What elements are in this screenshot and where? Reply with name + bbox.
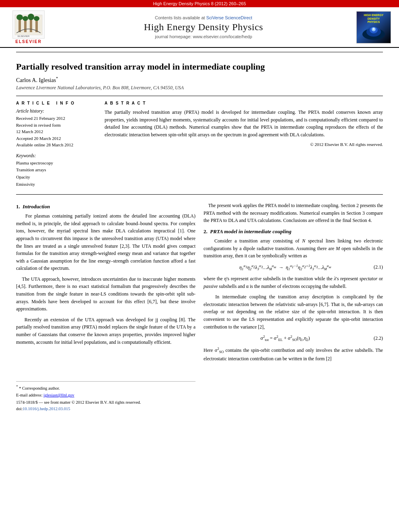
right-intro-para: The present work applies the PRTA model … — [204, 202, 383, 224]
copyright-notice: © 2012 Elsevier B.V. All rights reserved… — [105, 142, 383, 147]
journal-header: ELSEVIER ELSEVIER Contents lists availab… — [0, 7, 399, 48]
section2-title: PRTA model in intermediate coupling — [210, 228, 291, 234]
footnote-email-link[interactable]: iglesiast@llnl.gov — [43, 393, 74, 397]
article-title: Partially resolved transition array mode… — [16, 61, 383, 73]
doi-line: doi:10.1016/j.hedp.2012.03.015 — [16, 407, 195, 411]
header-divider — [16, 52, 383, 52]
formula-2-2: σ2tot = σ2EL + σ2SO(η1,η2) (2.2) — [204, 335, 383, 342]
body-divider — [16, 194, 383, 195]
journal-title: High Energy Density Physics — [55, 22, 352, 33]
received-date: Received 21 February 2012 — [16, 115, 97, 122]
left-column: 1. Introduction For plasmas containing p… — [16, 202, 195, 411]
footnote-email: E-mail address: iglesiast@llnl.gov — [16, 392, 195, 398]
footnote-corresponding: * * Corresponding author. — [16, 384, 195, 391]
journal-citation-bar: High Energy Density Physics 8 (2012) 260… — [0, 0, 399, 7]
keywords-label: Keywords: — [16, 153, 97, 158]
revised-date: 12 March 2012 — [16, 128, 97, 135]
elsevier-label-text: ELSEVIER — [15, 39, 41, 44]
keyword-3: Opacity — [16, 174, 97, 181]
footnote-email-label: E-mail address: — [16, 393, 43, 397]
svg-text:ELSEVIER: ELSEVIER — [18, 35, 30, 37]
keyword-4: Emissivity — [16, 181, 97, 188]
footnote-issn: 1574-1818/$ — see front matter © 2012 El… — [16, 399, 195, 406]
svg-rect-2 — [24, 20, 27, 32]
journal-center-info: Contents lists available at SciVerse Sci… — [55, 15, 352, 39]
article-info-abstract: A R T I C L E I N F O Article history: R… — [16, 101, 383, 188]
svg-rect-1 — [19, 18, 21, 32]
keyword-2: Transition arrays — [16, 166, 97, 174]
elsevier-logo: ELSEVIER ELSEVIER — [6, 10, 51, 44]
article-info-panel: A R T I C L E I N F O Article history: R… — [16, 101, 97, 188]
contents-text: Contents lists available at — [155, 15, 206, 20]
svg-point-14 — [373, 28, 374, 30]
abstract-section: A B S T R A C T The partially resolved t… — [105, 101, 383, 188]
section1-heading: 1. Introduction — [16, 203, 195, 210]
article-history-label: Article history: — [16, 109, 97, 113]
hedp-thumbnail: HIGH ENERGYDENSITYPHYSICS — [356, 11, 393, 43]
abstract-text: The partially resolved transition array … — [105, 109, 383, 138]
doi-label: doi: — [16, 407, 23, 411]
available-date: Available online 28 March 2012 — [16, 142, 97, 148]
section1-title: Introduction — [23, 203, 50, 210]
svg-rect-3 — [30, 18, 32, 32]
body-content: 1. Introduction For plasmas containing p… — [0, 202, 399, 411]
intro-para-1: For plasmas containing partially ionized… — [16, 212, 195, 272]
section2-para2: where the η's represent active subshells… — [204, 275, 383, 290]
svg-point-5 — [16, 14, 23, 20]
formula-2-1-num: (2.1) — [367, 264, 383, 270]
svg-point-7 — [28, 14, 34, 20]
footnote-area: * * Corresponding author. E-mail address… — [16, 381, 195, 411]
doi-link[interactable]: 10.1016/j.hedp.2012.03.015 — [23, 407, 70, 411]
intro-para-2: The UTA approach, however, introduces un… — [16, 275, 195, 313]
keyword-1: Plasma spectroscopy — [16, 160, 97, 167]
section1-num: 1. — [16, 203, 20, 210]
formula-2-2-num: (2.2) — [367, 335, 383, 341]
journal-citation-text: High Energy Density Physics 8 (2012) 260… — [153, 1, 246, 6]
affiliation: Lawrence Livermore National Laboratories… — [16, 85, 383, 91]
article-info-label: A R T I C L E I N F O — [16, 101, 97, 105]
formula-2-2-content: σ2tot = σ2EL + σ2SO(η1,η2) — [204, 335, 367, 342]
right-column: The present work applies the PRTA model … — [204, 202, 383, 411]
svg-point-6 — [23, 16, 28, 21]
formula-2-1: η1α1η2α2λ3α3…λMαM → η1α1−1η2α2+1λ3α3…λMα… — [204, 264, 383, 271]
hedp-thumb-title: HIGH ENERGYDENSITYPHYSICS — [364, 14, 383, 24]
author-name: Carlos A. Iglesias* — [16, 76, 383, 84]
svg-point-8 — [34, 16, 39, 21]
homepage-line: journal homepage: www.elsevier.com/locat… — [55, 34, 352, 39]
abstract-label: A B S T R A C T — [105, 101, 383, 105]
revised-label: Received in revised form — [16, 122, 97, 129]
sciverse-line: Contents lists available at SciVerse Sci… — [55, 15, 352, 20]
intro-para-3: Recently an extension of the UTA approac… — [16, 316, 195, 346]
section2-para4: Here σ2SO contains the spin-orbit contri… — [204, 346, 383, 363]
accepted-date: Accepted 20 March 2012 — [16, 135, 97, 142]
article-content: Partially resolved transition array mode… — [0, 52, 399, 195]
sciverse-link[interactable]: SciVerse ScienceDirect — [206, 15, 252, 20]
section2-heading: 2. PRTA model in intermediate coupling — [204, 228, 383, 235]
formula-2-1-content: η1α1η2α2λ3α3…λMαM → η1α1−1η2α2+1λ3α3…λMα… — [204, 264, 367, 271]
section2-para3: In intermediate coupling the transition … — [204, 293, 383, 331]
section2-para1: Consider a transition array consisting o… — [204, 237, 383, 260]
elsevier-tree-graphic: ELSEVIER — [12, 10, 45, 39]
info-divider — [16, 96, 383, 96]
author-sup: * — [56, 76, 58, 80]
hedp-cover-image: HIGH ENERGYDENSITYPHYSICS — [356, 11, 391, 43]
